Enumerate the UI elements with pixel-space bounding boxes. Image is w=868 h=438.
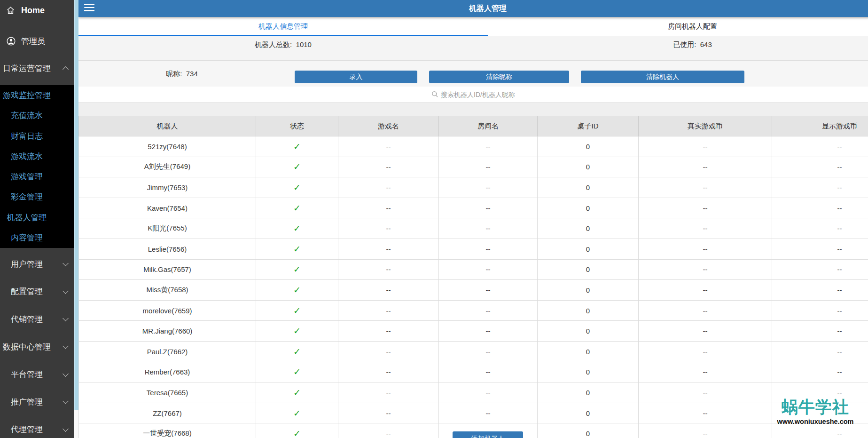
- display-coin-cell: --: [772, 280, 868, 301]
- top-header-bar: 机器人管理: [78, 0, 868, 17]
- robot-total-value: 1010: [296, 40, 312, 48]
- col-room: 房间名: [439, 116, 538, 136]
- robot-name-cell: 521zy(7648): [79, 136, 256, 157]
- game-cell: --: [338, 259, 439, 280]
- sidebar-group[interactable]: 用户管理: [0, 250, 74, 278]
- clear-robot-button[interactable]: 清除机器人: [581, 71, 744, 83]
- col-robot: 机器人: [79, 116, 256, 136]
- add-robot-button[interactable]: 添加机器人: [453, 431, 523, 438]
- chevron-down-icon: [63, 371, 69, 377]
- menu-icon[interactable]: [84, 4, 94, 13]
- room-cell: --: [439, 403, 538, 423]
- display-coin-cell: --: [772, 259, 868, 280]
- sidebar-subitem[interactable]: 彩金管理: [0, 191, 54, 202]
- room-cell: --: [439, 177, 538, 198]
- sidebar-group[interactable]: 数据中心管理: [0, 333, 74, 361]
- col-real-coin: 真实游戏币: [639, 116, 772, 136]
- table-id-cell: 0: [538, 300, 639, 321]
- table-id-cell: 0: [538, 177, 639, 198]
- col-status: 状态: [256, 116, 338, 136]
- table-id-cell: 0: [538, 157, 639, 177]
- sidebar-subitem[interactable]: 游戏流水: [0, 151, 54, 162]
- sidebar-group[interactable]: 推广管理: [0, 388, 74, 416]
- status-check-icon: ✓: [256, 177, 338, 198]
- sidebar-subitem[interactable]: 财富日志: [0, 131, 54, 142]
- robot-row: Milk.Gas(7657) ✓ -- -- 0 -- --: [79, 259, 868, 280]
- table-id-cell: 0: [538, 198, 639, 218]
- display-coin-cell: --: [772, 239, 868, 259]
- robot-name-cell: Kaven(7654): [79, 198, 256, 218]
- robot-row: Paul.Z(7662) ✓ -- -- 0 -- --: [79, 341, 868, 362]
- table-id-cell: 0: [538, 280, 639, 301]
- search-icon: [431, 91, 438, 98]
- room-cell: --: [439, 218, 538, 239]
- sidebar-item-admin[interactable]: 管理员: [0, 31, 74, 51]
- robot-name-cell: morelove(7659): [79, 300, 256, 321]
- robot-name-cell: Milk.Gas(7657): [79, 259, 256, 280]
- enter-button[interactable]: 录入: [295, 71, 417, 83]
- robot-name-cell: Paul.Z(7662): [79, 341, 256, 362]
- display-coin-cell: --: [772, 157, 868, 177]
- chevron-up-icon: [63, 66, 69, 72]
- robot-row: K阳光(7655) ✓ -- -- 0 -- --: [79, 218, 868, 239]
- sidebar-subitem[interactable]: 内容管理: [0, 232, 54, 243]
- status-check-icon: ✓: [256, 280, 338, 301]
- sidebar-scrollbar[interactable]: [74, 0, 78, 438]
- real-coin-cell: --: [639, 280, 772, 301]
- sidebar-subitem[interactable]: 充值流水: [0, 110, 54, 121]
- game-cell: --: [338, 403, 439, 423]
- sidebar-group-daily-ops[interactable]: 日常运营管理: [0, 58, 74, 79]
- sidebar-subitem[interactable]: 游戏管理: [0, 171, 54, 182]
- sidebar-group[interactable]: 代销管理: [0, 305, 74, 333]
- table-id-cell: 0: [538, 239, 639, 259]
- tab-robot-info[interactable]: 机器人信息管理: [78, 17, 488, 36]
- robot-name-cell: Miss黄(7658): [79, 280, 256, 301]
- table-id-cell: 0: [538, 321, 639, 342]
- real-coin-cell: --: [639, 259, 772, 280]
- display-coin-cell: --: [772, 423, 868, 438]
- stats-row: 机器人总数: 1010 已使用: 643: [78, 36, 868, 61]
- robot-row: MR.Jiang(7660) ✓ -- -- 0 -- --: [79, 321, 868, 342]
- status-check-icon: ✓: [256, 239, 338, 259]
- room-cell: --: [439, 362, 538, 382]
- tab-bar: 机器人信息管理 房间机器人配置: [78, 17, 868, 36]
- tab-room-robot-config[interactable]: 房间机器人配置: [488, 17, 868, 36]
- robot-row: Rember(7663) ✓ -- -- 0 -- --: [79, 362, 868, 382]
- game-cell: --: [338, 218, 439, 239]
- status-check-icon: ✓: [256, 341, 338, 362]
- chevron-down-icon: [63, 260, 69, 266]
- display-coin-cell: --: [772, 341, 868, 362]
- robot-row: morelove(7659) ✓ -- -- 0 -- --: [79, 300, 868, 321]
- status-check-icon: ✓: [256, 362, 338, 382]
- sidebar-group[interactable]: 代理管理: [0, 416, 74, 438]
- status-check-icon: ✓: [256, 300, 338, 321]
- sidebar-subitem[interactable]: 游戏监控管理: [0, 90, 54, 101]
- table-id-cell: 0: [538, 341, 639, 362]
- real-coin-cell: --: [639, 362, 772, 382]
- robot-name-cell: Teresa(7665): [79, 382, 256, 403]
- chevron-down-icon: [63, 343, 69, 349]
- real-coin-cell: --: [639, 300, 772, 321]
- game-cell: --: [338, 382, 439, 403]
- sidebar-subitem[interactable]: 机器人管理: [0, 212, 54, 223]
- sidebar-group[interactable]: 平台管理: [0, 360, 74, 388]
- room-cell: --: [439, 136, 538, 157]
- room-cell: --: [439, 157, 538, 177]
- clear-nickname-button[interactable]: 清除昵称: [429, 71, 569, 83]
- robot-row: ZZ(7667) ✓ -- -- 0 -- --: [79, 403, 868, 423]
- sidebar-item-home[interactable]: Home: [0, 0, 74, 21]
- sidebar-group[interactable]: 配置管理: [0, 278, 74, 306]
- robot-row: Kaven(7654) ✓ -- -- 0 -- --: [79, 198, 868, 218]
- robot-name-cell: Jimmy(7653): [79, 177, 256, 198]
- table-id-cell: 0: [538, 136, 639, 157]
- scrollbar-thumb[interactable]: [74, 0, 78, 410]
- real-coin-cell: --: [639, 423, 772, 438]
- robot-total-stat: 机器人总数: 1010: [78, 36, 488, 60]
- table-id-cell: 0: [538, 382, 639, 403]
- robot-name-cell: ZZ(7667): [79, 403, 256, 423]
- room-cell: --: [439, 300, 538, 321]
- search-input[interactable]: [440, 90, 544, 99]
- status-check-icon: ✓: [256, 259, 338, 280]
- game-cell: --: [338, 280, 439, 301]
- col-game: 游戏名: [338, 116, 439, 136]
